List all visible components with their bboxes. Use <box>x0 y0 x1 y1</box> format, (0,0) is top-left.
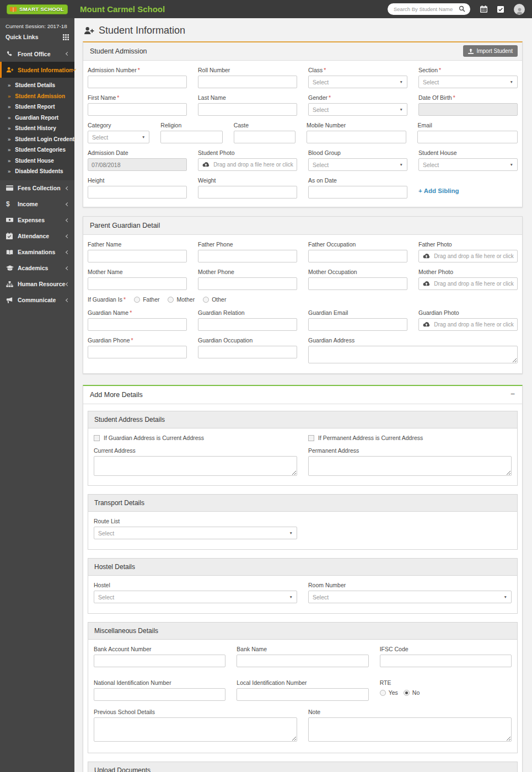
tasks-check-icon[interactable] <box>497 6 504 13</box>
sidebar-subitem-guardian-report[interactable]: »Guardian Report <box>0 112 74 124</box>
weight-input[interactable] <box>198 186 297 199</box>
guardian-address-textarea[interactable] <box>308 346 518 363</box>
quick-links[interactable]: Quick Links <box>0 31 74 46</box>
sidebar-subitem-student-history[interactable]: »Student History <box>0 123 74 134</box>
top-bar: SMART SCHOOL Mount Carmel School <box>0 0 532 18</box>
subitem-label: Student House <box>15 158 54 164</box>
admission-number-input[interactable] <box>88 76 187 88</box>
national-id-input[interactable] <box>94 688 225 701</box>
guardian-name-input[interactable] <box>88 318 187 331</box>
height-input[interactable] <box>88 186 187 199</box>
sidebar-subitem-student-house[interactable]: »Student House <box>0 156 74 167</box>
search-input[interactable] <box>388 3 470 15</box>
student-admission-header: Student Admission Import Student <box>83 42 522 61</box>
father-phone-input[interactable] <box>198 250 297 262</box>
ifsc-code-input[interactable] <box>380 655 512 667</box>
sidebar-item-income[interactable]: $ Income <box>0 196 74 212</box>
father-photo-dropzone[interactable]: Drag and drop a file here or click <box>418 250 518 262</box>
father-occupation-input[interactable] <box>308 250 407 262</box>
religion-input[interactable] <box>160 131 222 143</box>
rte-yes-radio[interactable]: Yes <box>380 689 398 696</box>
student-photo-dropzone[interactable]: Drag and drop a file here or click <box>198 158 297 171</box>
guardian-mother-radio[interactable]: Mother <box>168 296 195 303</box>
mother-phone-input[interactable] <box>198 277 297 290</box>
field-guardian-relation: Guardian Relation <box>198 309 297 331</box>
sidebar-item-academics[interactable]: Academics <box>0 260 74 276</box>
class-select[interactable]: Select▼ <box>308 76 407 88</box>
mother-photo-dropzone[interactable]: Drag and drop a file here or click <box>418 277 518 290</box>
email-input[interactable] <box>417 131 518 143</box>
category-select[interactable]: Select▼ <box>88 131 149 143</box>
permanent-address-textarea[interactable] <box>308 456 512 476</box>
collapse-minus-icon[interactable]: − <box>510 390 515 398</box>
select-value: Select <box>92 134 108 141</box>
admission-date-input[interactable] <box>88 158 187 171</box>
current-address-textarea[interactable] <box>94 456 297 476</box>
permanent-address-checkbox[interactable]: If Permanent Address is Current Address <box>308 435 512 441</box>
mobile-number-input[interactable] <box>307 131 407 143</box>
last-name-input[interactable] <box>198 103 297 116</box>
student-house-select[interactable]: Select▼ <box>418 158 518 171</box>
brand-area[interactable]: SMART SCHOOL <box>0 4 74 14</box>
guardian-occupation-input[interactable] <box>198 346 297 358</box>
mother-name-input[interactable] <box>88 277 187 290</box>
hostel-select[interactable]: Select▼ <box>94 591 297 603</box>
bank-name-input[interactable] <box>237 655 368 667</box>
sidebar-subitem-student-categories[interactable]: »Student Categories <box>0 144 74 156</box>
room-number-select[interactable]: Select▼ <box>308 591 512 603</box>
radio-label: Mother <box>176 296 195 303</box>
select-value: Select <box>423 162 439 168</box>
note-textarea[interactable] <box>308 717 512 742</box>
sidebar-subitem-disabled-students[interactable]: »Disabled Students <box>0 166 74 177</box>
add-sibling-link[interactable]: +Add Sibling <box>418 187 459 194</box>
guardian-other-radio[interactable]: Other <box>203 296 226 303</box>
grid-icon[interactable] <box>63 34 69 40</box>
sidebar-item-expenses[interactable]: Expenses <box>0 212 74 228</box>
route-list-select[interactable]: Select▼ <box>94 527 297 539</box>
guardian-relation-input[interactable] <box>198 318 297 331</box>
sidebar-item-human-resource[interactable]: Human Resource <box>0 276 74 292</box>
sidebar-item-examinations[interactable]: Examinations <box>0 244 74 260</box>
sidebar-item-communicate[interactable]: Communicate <box>0 292 74 308</box>
sidebar-item-attendance[interactable]: Attendance <box>0 228 74 244</box>
mother-occupation-input[interactable] <box>308 277 407 290</box>
sidebar-subitem-student-admission[interactable]: »Student Admission <box>0 91 74 102</box>
local-id-input[interactable] <box>237 688 368 701</box>
bank-account-input[interactable] <box>94 655 225 667</box>
field-date-of-birth: Date Of Birth* <box>418 94 518 116</box>
field-label: Father Phone <box>198 241 233 248</box>
father-name-input[interactable] <box>88 250 187 262</box>
field-label: Previous School Details <box>94 709 155 715</box>
blood-group-select[interactable]: Select▼ <box>308 158 407 171</box>
field-label: Gender <box>308 94 327 101</box>
sidebar-item-student-information[interactable]: Student Information <box>0 62 74 78</box>
section-select[interactable]: Select▼ <box>418 76 518 88</box>
guardian-address-checkbox[interactable]: If Guardian Address is Current Address <box>94 435 297 441</box>
sidebar-subitem-student-report[interactable]: »Student Report <box>0 101 74 112</box>
sidebar-item-fees-collection[interactable]: Fees Collection <box>0 180 74 196</box>
field-local-id: Local Identification Number <box>237 679 368 701</box>
field-label: Email <box>417 122 432 128</box>
sidebar-subitem-student-details[interactable]: »Student Details <box>0 80 74 91</box>
previous-school-textarea[interactable] <box>94 717 297 742</box>
rte-no-radio[interactable]: No <box>404 689 420 696</box>
import-student-button[interactable]: Import Student <box>463 45 518 57</box>
guardian-email-input[interactable] <box>308 318 407 331</box>
sidebar-subitem-student-login-credential[interactable]: »Student Login Credential <box>0 134 74 145</box>
roll-number-input[interactable] <box>198 76 297 88</box>
date-of-birth-input[interactable] <box>418 103 518 116</box>
user-avatar[interactable] <box>514 4 525 15</box>
first-name-input[interactable] <box>88 103 187 116</box>
caste-input[interactable] <box>234 131 295 143</box>
sidebar-item-front-office[interactable]: Front Office <box>0 46 74 62</box>
guardian-father-radio[interactable]: Father <box>134 296 159 303</box>
guardian-phone-input[interactable] <box>88 346 187 358</box>
gender-select[interactable]: Select▼ <box>308 103 407 116</box>
field-bank-account: Bank Account Number <box>94 646 225 667</box>
guardian-photo-dropzone[interactable]: Drag and drop a file here or click <box>418 318 518 331</box>
plus-icon: + <box>418 187 422 194</box>
field-label: Route List <box>94 518 120 524</box>
as-on-date-input[interactable] <box>308 186 407 199</box>
search-icon[interactable] <box>459 6 465 12</box>
calendar-icon[interactable] <box>480 6 487 13</box>
